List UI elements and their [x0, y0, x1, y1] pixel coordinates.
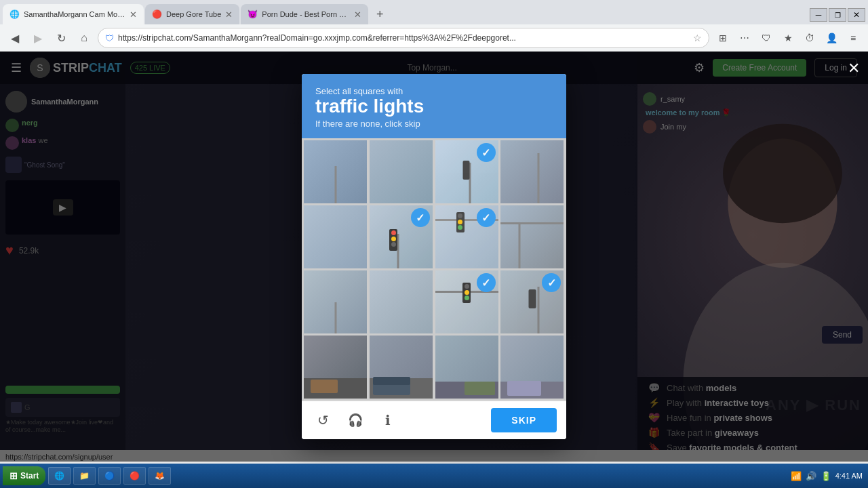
windows-logo: ⊞	[9, 470, 18, 481]
taskbar-time: 4:41 AM	[835, 472, 863, 480]
captcha-select-text: Select all squares with	[315, 86, 553, 96]
captcha-cell-9[interactable]	[370, 270, 433, 333]
taskbar-app-4[interactable]: 🔴	[123, 467, 146, 485]
captcha-grid: ✓ ✓	[302, 138, 566, 401]
browser-tabs-bar: 🌐 SamanthaMorgann Cam Model: Fr... ✕ 🔴 D…	[0, 0, 868, 24]
captcha-cell-15[interactable]	[500, 336, 564, 399]
captcha-cell-11[interactable]: ✓	[500, 270, 564, 333]
tab-1-close[interactable]: ✕	[130, 9, 137, 20]
taskbar-network-icon: 📶	[791, 471, 802, 481]
taskbar-app-5[interactable]: 🦊	[149, 467, 171, 485]
window-minimize[interactable]: ─	[810, 8, 827, 22]
tab-2-close[interactable]: ✕	[225, 9, 233, 20]
taskbar-app-1[interactable]: 🌐	[48, 467, 71, 485]
home-button[interactable]: ⌂	[75, 28, 94, 47]
captcha-cell-3[interactable]	[500, 140, 564, 203]
captcha-info-button[interactable]: ℹ	[376, 409, 399, 432]
start-label: Start	[20, 471, 39, 481]
captcha-cell-13[interactable]	[370, 336, 433, 399]
tab-1[interactable]: 🌐 SamanthaMorgann Cam Model: Fr... ✕	[3, 4, 144, 24]
star-bookmark[interactable]: ★	[778, 28, 797, 47]
back-button[interactable]: ◀	[5, 28, 24, 47]
reload-button[interactable]: ↻	[52, 28, 71, 47]
modal-background-close[interactable]: ✕	[848, 60, 860, 77]
captcha-footer: ↺ 🎧 ℹ SKIP	[302, 401, 566, 439]
captcha-title: traffic lights	[315, 96, 553, 117]
cell-5-checkmark: ✓	[411, 208, 430, 227]
tab-1-favicon: 🌐	[9, 9, 20, 19]
captcha-cell-4[interactable]	[304, 205, 367, 268]
tab-3[interactable]: 😈 Porn Dude - Best Porn Sites & Fre... ✕	[241, 4, 368, 24]
address-bar[interactable]: 🛡 https://stripchat.com/SamanthaMorgann?…	[98, 28, 709, 48]
captcha-actions: ↺ 🎧 ℹ	[311, 409, 399, 432]
captcha-cell-7[interactable]	[500, 205, 564, 268]
taskbar-right: 📶 🔊 🔋 4:41 AM	[791, 471, 865, 481]
bookmark-icon[interactable]: ⊞	[713, 28, 732, 47]
sync-icon[interactable]: 👤	[822, 28, 841, 47]
captcha-cell-8[interactable]	[304, 270, 367, 333]
window-close[interactable]: ✕	[848, 8, 865, 22]
captcha-cell-0[interactable]	[304, 140, 367, 203]
history-icon[interactable]: ⏱	[800, 28, 819, 47]
taskbar-battery-icon: 🔋	[821, 471, 831, 481]
captcha-skip-button[interactable]: SKIP	[491, 408, 557, 432]
captcha-header: Select all squares with traffic lights I…	[302, 74, 566, 139]
captcha-cell-10[interactable]: ✓	[435, 270, 498, 333]
captcha-subtitle: If there are none, click skip	[315, 119, 553, 129]
forward-button[interactable]: ▶	[28, 28, 47, 47]
menu-icon[interactable]: ≡	[844, 28, 863, 47]
captcha-cell-14[interactable]	[435, 336, 498, 399]
cell-10-checkmark: ✓	[477, 273, 496, 292]
shield-badge[interactable]: 🛡	[757, 28, 776, 47]
taskbar: ⊞ Start 🌐 📁 🔵 🔴 🦊 📶 🔊 🔋 4:41 AM	[0, 464, 868, 488]
bookmark-star[interactable]: ☆	[693, 33, 702, 43]
captcha-cell-5[interactable]: ✓	[370, 205, 433, 268]
new-tab-button[interactable]: +	[370, 4, 390, 24]
browser-toolbar: ◀ ▶ ↻ ⌂ 🛡 https://stripchat.com/Samantha…	[0, 24, 868, 52]
captcha-overlay: ✕ Select all squares with traffic lights…	[0, 52, 868, 462]
shield-icon: 🛡	[105, 33, 114, 43]
tab-2[interactable]: 🔴 Deep Gore Tube ✕	[145, 4, 239, 24]
taskbar-app-3[interactable]: 🔵	[98, 467, 121, 485]
captcha-cell-2[interactable]: ✓	[435, 140, 498, 203]
captcha-cell-12[interactable]	[304, 336, 367, 399]
address-text: https://stripchat.com/SamanthaMorgann?re…	[118, 33, 689, 43]
cell-6-checkmark: ✓	[477, 208, 496, 227]
tab-3-close[interactable]: ✕	[354, 9, 361, 20]
captcha-audio-button[interactable]: 🎧	[344, 409, 367, 432]
captcha-modal: Select all squares with traffic lights I…	[302, 74, 566, 440]
cell-2-checkmark: ✓	[477, 143, 496, 162]
start-button[interactable]: ⊞ Start	[3, 466, 45, 485]
captcha-cell-1[interactable]	[370, 140, 433, 203]
page-content: ☰ S STRIPCHAT 425 LIVE Top Morgan... ⚙ C…	[0, 52, 868, 462]
extensions-icon[interactable]: ⋯	[735, 28, 754, 47]
browser-chrome: 🌐 SamanthaMorgann Cam Model: Fr... ✕ 🔴 D…	[0, 0, 868, 52]
tab-2-label: Deep Gore Tube	[166, 10, 221, 18]
tab-2-favicon: 🔴	[152, 9, 162, 19]
taskbar-app-2[interactable]: 📁	[73, 467, 96, 485]
cell-11-checkmark: ✓	[542, 273, 561, 292]
taskbar-volume-icon: 🔊	[806, 471, 816, 481]
tab-3-label: Porn Dude - Best Porn Sites & Fre...	[262, 10, 350, 18]
tab-1-label: SamanthaMorgann Cam Model: Fr...	[24, 10, 125, 18]
window-restore[interactable]: ❐	[829, 8, 846, 22]
tab-3-favicon: 😈	[248, 9, 258, 19]
captcha-cell-6[interactable]: ✓	[435, 205, 498, 268]
captcha-reload-button[interactable]: ↺	[311, 409, 334, 432]
